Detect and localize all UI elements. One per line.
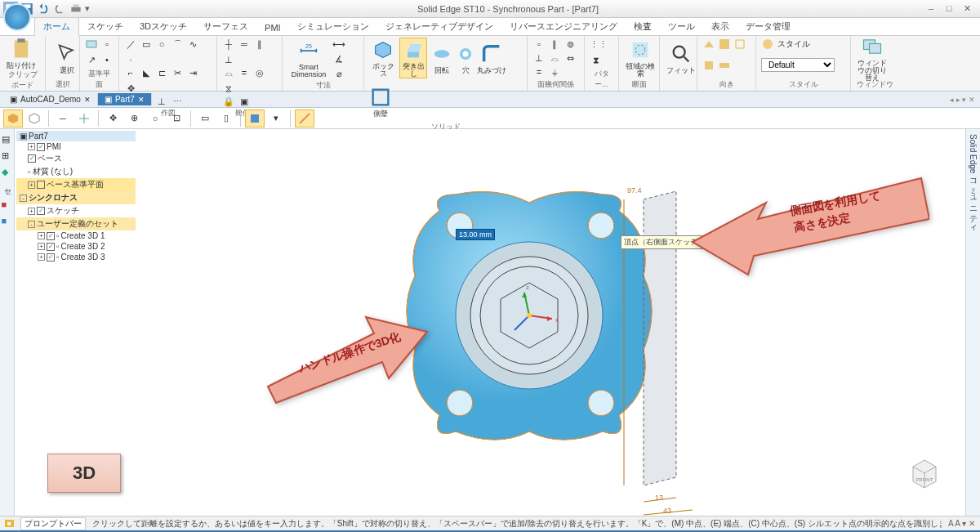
- view-option-icon[interactable]: [74, 110, 94, 127]
- view-option-icon[interactable]: ─: [53, 110, 73, 127]
- parallel-face-icon[interactable]: ∥: [548, 38, 561, 51]
- maximize-button[interactable]: □: [941, 3, 957, 14]
- axis-icon[interactable]: ↗: [85, 53, 98, 66]
- dock-icon[interactable]: センサー: [2, 183, 13, 194]
- orient-icon[interactable]: [733, 38, 746, 51]
- close-button[interactable]: ✕: [959, 3, 975, 14]
- view-option-icon[interactable]: ▭: [195, 110, 215, 127]
- doc-tab[interactable]: ▣AutoCAD_Demo✕: [3, 93, 98, 105]
- prompt-tools[interactable]: A A ▾ ✕: [948, 519, 975, 528]
- ribbon-tab-sim[interactable]: シミュレーション: [289, 18, 377, 35]
- shell-button[interactable]: 側壁: [369, 81, 392, 122]
- angle-dim-icon[interactable]: ∡: [332, 52, 345, 65]
- lock-icon[interactable]: 🔒: [222, 95, 235, 108]
- view-option-icon[interactable]: [295, 110, 314, 127]
- arc-icon[interactable]: ⌒: [171, 38, 184, 51]
- window-switch-button[interactable]: ウィンドウの切り替え: [856, 38, 889, 78]
- perp-icon[interactable]: ⊥: [222, 53, 235, 66]
- checkbox[interactable]: ✓: [37, 143, 45, 151]
- checkbox[interactable]: ✓: [47, 253, 55, 262]
- ribbon-tab-sketch[interactable]: スケッチ: [79, 18, 131, 35]
- dock-icon[interactable]: ■: [2, 216, 13, 227]
- horizontal-icon[interactable]: ═: [238, 38, 251, 51]
- ribbon-tab-view[interactable]: 表示: [703, 18, 737, 35]
- concentric-icon[interactable]: ◎: [253, 66, 266, 79]
- ribbon-tab-pmi[interactable]: PMI: [256, 20, 289, 35]
- tree-node[interactable]: +✓スケッチ: [16, 204, 136, 217]
- qat-dropdown-icon[interactable]: ▾: [85, 3, 90, 14]
- ribbon-tab-surface[interactable]: サーフェス: [195, 18, 256, 35]
- coaxial-icon[interactable]: ⊚: [564, 38, 577, 51]
- application-button[interactable]: [3, 3, 31, 31]
- view-cube[interactable]: FRONT: [905, 454, 944, 493]
- curve-icon[interactable]: ∿: [186, 38, 199, 51]
- orient-icon[interactable]: [702, 38, 715, 51]
- tangent-icon[interactable]: ⌓: [222, 66, 235, 79]
- paste-button[interactable]: 貼り付け: [5, 38, 38, 69]
- revolve-button[interactable]: 回転: [430, 38, 454, 78]
- tree-node[interactable]: +✓▫Create 3D 2: [16, 241, 136, 252]
- equal-rad-icon[interactable]: =: [532, 65, 546, 78]
- orient-icon[interactable]: [718, 38, 731, 51]
- ribbon-tab-data[interactable]: データ管理: [737, 18, 799, 35]
- tree-node[interactable]: +ベース基準平面: [16, 178, 136, 191]
- ground-icon[interactable]: ⏚: [548, 65, 561, 78]
- tree-node[interactable]: ✓ベース: [16, 152, 136, 165]
- dia-dim-icon[interactable]: ⌀: [332, 67, 345, 80]
- extrude-button[interactable]: 突き出し: [399, 38, 427, 78]
- fit-button[interactable]: フィット: [665, 38, 697, 78]
- tree-node[interactable]: ▫材質 (なし): [16, 165, 136, 178]
- equal-icon[interactable]: =: [238, 66, 251, 79]
- ribbon-tab-inspect[interactable]: 検査: [626, 18, 660, 35]
- wireframe-view-icon[interactable]: [24, 110, 44, 127]
- perp-face-icon[interactable]: ⊥: [532, 51, 546, 65]
- parallel-icon[interactable]: ∥: [253, 38, 266, 51]
- pattern-icon[interactable]: ⋮⋮: [590, 38, 608, 51]
- orient-icon[interactable]: [702, 59, 715, 72]
- close-tab-icon[interactable]: ✕: [84, 96, 91, 104]
- hole-button[interactable]: 穴: [457, 38, 474, 78]
- checkbox[interactable]: ✓: [47, 232, 55, 240]
- view-option-icon[interactable]: ✥: [103, 110, 122, 127]
- line-icon[interactable]: ／: [124, 38, 137, 51]
- view-option-icon[interactable]: ○: [145, 110, 165, 127]
- view-option-icon[interactable]: ⊡: [167, 110, 186, 127]
- shaded-view-icon[interactable]: [3, 110, 23, 127]
- connect-icon[interactable]: ┼: [222, 38, 235, 51]
- dimension-input[interactable]: 13.00 mm: [456, 229, 495, 240]
- checkbox[interactable]: ✓: [28, 154, 36, 163]
- point-icon[interactable]: •: [100, 53, 114, 66]
- coplanar-icon[interactable]: ▫: [532, 38, 546, 51]
- plane-icon[interactable]: ▫: [100, 38, 114, 51]
- view-option-icon[interactable]: [245, 110, 265, 127]
- trim-icon[interactable]: ✂: [171, 66, 184, 79]
- checkbox[interactable]: [37, 181, 45, 189]
- tree-node[interactable]: +✓▫Create 3D 1: [16, 230, 136, 241]
- tree-node[interactable]: +✓▫Create 3D 3: [16, 252, 136, 262]
- tree-root[interactable]: ▣Part7: [16, 131, 136, 141]
- offset-icon[interactable]: ⊏: [155, 66, 168, 79]
- ribbon-tab-3dsketch[interactable]: 3Dスケッチ: [131, 18, 195, 35]
- extend-icon[interactable]: ⇥: [186, 66, 199, 79]
- graphics-canvas[interactable]: x z 97.4 13 43 13.00 mm 頂点（右側面スケッチ） ハンドル…: [15, 129, 965, 516]
- print-icon[interactable]: [69, 2, 83, 16]
- tree-node[interactable]: -ユーザー定義のセット: [16, 217, 136, 230]
- checkbox[interactable]: ✓: [37, 207, 45, 215]
- right-dock[interactable]: Solid Edgeコミュニティ: [965, 129, 980, 516]
- select-button[interactable]: 選択: [51, 38, 83, 78]
- minimize-button[interactable]: –: [923, 3, 939, 14]
- dock-icon[interactable]: ⊞: [2, 150, 13, 162]
- circle-icon[interactable]: ○: [155, 38, 168, 51]
- dock-icon[interactable]: ▤: [2, 134, 13, 145]
- view-option-icon[interactable]: ▾: [266, 110, 286, 127]
- section-button[interactable]: 領域の検索: [624, 38, 657, 78]
- ribbon-tab-reverse[interactable]: リバースエンジニアリング: [501, 18, 626, 35]
- ribbon-tab-tools[interactable]: ツール: [660, 18, 703, 35]
- view-option-icon[interactable]: ⊕: [124, 110, 144, 127]
- box-button[interactable]: ボックス: [369, 38, 397, 78]
- style-select[interactable]: Default: [761, 58, 835, 72]
- symmetric-icon[interactable]: ⧖: [222, 82, 235, 95]
- view-option-icon[interactable]: ▯: [216, 110, 236, 127]
- tree-node[interactable]: -シンクロナス: [16, 191, 136, 204]
- ribbon-tab-gen[interactable]: ジェネレーティブデザイン: [377, 18, 501, 35]
